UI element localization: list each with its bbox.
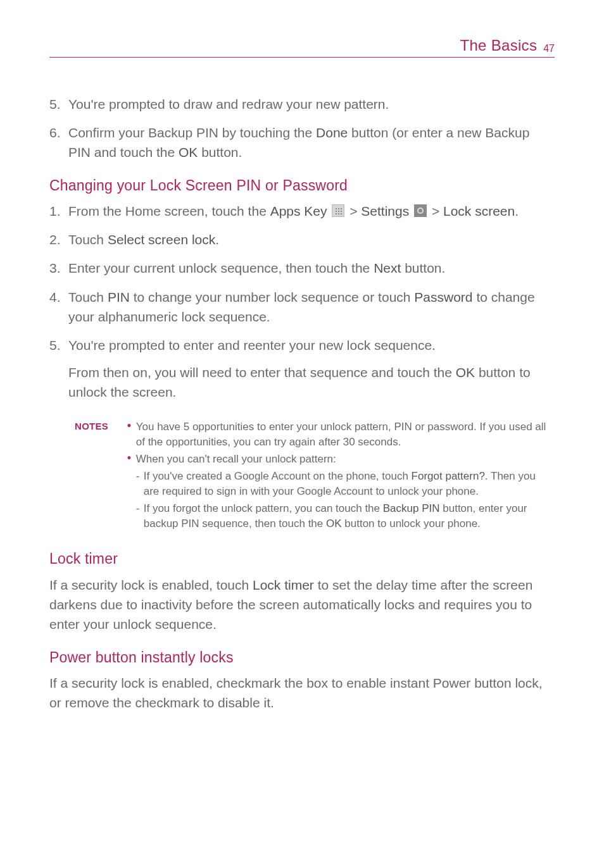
changing-step-1: 1. From the Home screen, touch the Apps …	[49, 201, 555, 221]
page-container: The Basics 47 5. You're prompted to draw…	[0, 0, 604, 762]
note-text: You have 5 opportunities to enter your u…	[136, 419, 554, 450]
changing-step-5: 5. You're prompted to enter and reenter …	[49, 335, 555, 411]
text-fragment: .	[515, 204, 519, 218]
settings-gear-icon	[414, 204, 427, 217]
text-fragment: You're prompted to enter and reenter you…	[68, 335, 555, 355]
ok-label: OK	[456, 365, 475, 380]
text-fragment: Enter your current unlock sequence, then…	[68, 261, 374, 275]
heading-changing-pin: Changing your Lock Screen PIN or Passwor…	[49, 175, 555, 196]
pattern-step-6: 6. Confirm your Backup PIN by touching t…	[49, 123, 555, 162]
step-number: 6.	[49, 123, 68, 162]
step-body: Confirm your Backup PIN by touching the …	[68, 123, 555, 162]
text-fragment: Touch	[68, 232, 108, 247]
forgot-pattern-label: Forgot pattern?	[412, 470, 485, 482]
text-fragment: >	[428, 204, 443, 218]
step-number: 2.	[49, 230, 68, 249]
text-fragment: If a security lock is enabled, touch	[49, 578, 253, 592]
dash-content: If you've created a Google Account on th…	[144, 469, 554, 499]
lock-screen-label: Lock screen	[443, 204, 515, 218]
continuation-paragraph: From then on, you will need to enter tha…	[68, 363, 555, 402]
step-number: 3.	[49, 258, 68, 278]
pattern-step-5: 5. You're prompted to draw and redraw yo…	[49, 94, 555, 114]
step-body: Enter your current unlock sequence, then…	[68, 258, 555, 278]
lock-timer-label: Lock timer	[253, 578, 314, 592]
pin-label: PIN	[108, 290, 130, 304]
page-content: 5. You're prompted to draw and redraw yo…	[49, 94, 555, 712]
text-fragment: If you've created a Google Account on th…	[144, 470, 412, 482]
step-number: 5.	[49, 335, 68, 411]
next-label: Next	[374, 261, 401, 275]
note-content: When you can't recall your unlock patter…	[136, 452, 554, 533]
step-body: You're prompted to enter and reenter you…	[68, 335, 555, 411]
text-fragment: button to unlock your phone.	[342, 518, 481, 530]
apps-key-icon	[332, 204, 344, 217]
text-fragment: >	[346, 204, 361, 218]
heading-lock-timer: Lock timer	[49, 548, 555, 569]
lock-timer-paragraph: If a security lock is enabled, touch Loc…	[49, 575, 555, 634]
apps-key-label: Apps Key	[270, 204, 327, 218]
changing-step-4: 4. Touch PIN to change your number lock …	[49, 287, 555, 326]
power-button-paragraph: If a security lock is enabled, checkmark…	[49, 673, 555, 712]
step-number: 1.	[49, 201, 68, 221]
step-body: From the Home screen, touch the Apps Key…	[68, 201, 555, 221]
text-fragment: Confirm your Backup PIN by touching the	[68, 125, 316, 140]
bullet-dot-icon: •	[127, 452, 136, 533]
notes-block: NOTES • You have 5 opportunities to ente…	[75, 419, 555, 536]
text-fragment: From the Home screen, touch the	[68, 204, 270, 218]
changing-step-2: 2. Touch Select screen lock.	[49, 230, 555, 249]
backup-pin-label: Backup PIN	[383, 502, 440, 514]
bullet-dot-icon: •	[127, 419, 136, 450]
note-bullet-2: • When you can't recall your unlock patt…	[127, 452, 554, 533]
changing-step-3: 3. Enter your current unlock sequence, t…	[49, 258, 555, 278]
step-number: 5.	[49, 94, 68, 114]
note-bullet-1: • You have 5 opportunities to enter your…	[127, 419, 554, 450]
text-fragment: If you forgot the unlock pattern, you ca…	[144, 502, 383, 514]
note-dash-2: - If you forgot the unlock pattern, you …	[136, 501, 554, 531]
heading-power-button: Power button instantly locks	[49, 647, 555, 668]
page-number: 47	[543, 43, 555, 54]
text-fragment: From then on, you will need to enter tha…	[68, 365, 456, 380]
settings-label: Settings	[361, 204, 409, 218]
step-body: You're prompted to draw and redraw your …	[68, 94, 555, 114]
text-fragment: button.	[198, 145, 242, 159]
text-fragment: Touch	[68, 290, 108, 304]
notes-body: • You have 5 opportunities to enter your…	[127, 419, 554, 536]
text-fragment: .	[215, 232, 219, 247]
text-fragment: button.	[401, 261, 445, 275]
dash-mark: -	[136, 501, 144, 531]
text-fragment: to change your number lock sequence or t…	[130, 290, 414, 304]
dash-mark: -	[136, 469, 144, 499]
step-body: Touch PIN to change your number lock seq…	[68, 287, 555, 326]
notes-label: NOTES	[75, 419, 124, 433]
password-label: Password	[414, 290, 472, 304]
step-number: 4.	[49, 287, 68, 326]
note-dash-1: - If you've created a Google Account on …	[136, 469, 554, 499]
step-body: Touch Select screen lock.	[68, 230, 555, 249]
page-header: The Basics 47	[49, 37, 555, 58]
select-screen-lock-label: Select screen lock	[108, 232, 215, 247]
ok-label: OK	[326, 518, 342, 530]
section-title: The Basics	[460, 37, 537, 54]
ok-label: OK	[179, 145, 198, 159]
dash-content: If you forgot the unlock pattern, you ca…	[144, 501, 554, 531]
done-label: Done	[316, 125, 348, 140]
note-text: When you can't recall your unlock patter…	[136, 452, 554, 467]
